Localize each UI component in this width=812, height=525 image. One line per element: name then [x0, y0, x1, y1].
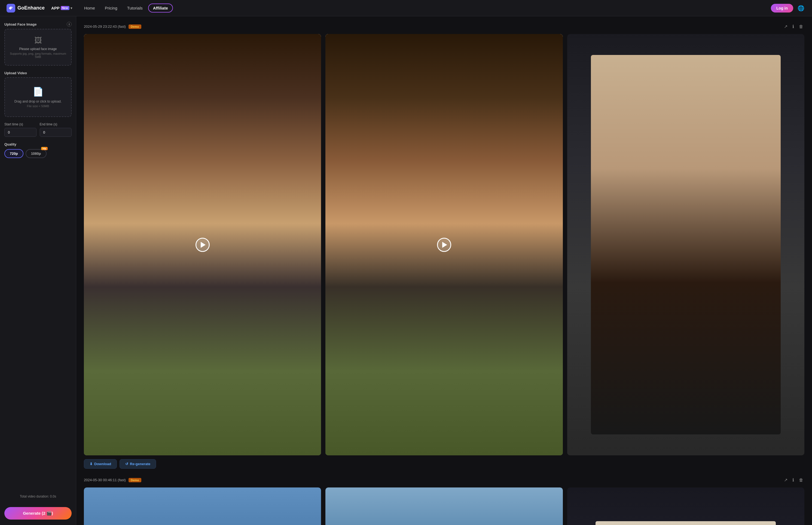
quality-buttons: 720p 1080p Vip	[4, 149, 72, 158]
gen-card-1-timestamp: 2024-05-29 23:22:43 (fast)	[84, 25, 126, 29]
quality-label: Quality	[4, 142, 72, 146]
quality-section: Quality 720p 1080p Vip	[4, 142, 72, 158]
sidebar: Upload Face Image i 🖼 Please upload face…	[0, 16, 76, 525]
upload-video-section: Upload Video 📄 Drag and drop or click to…	[4, 71, 72, 117]
vip-badge: Vip	[41, 147, 48, 150]
navbar: GoEnhance APP New ▾ Home Pricing Tutoria…	[0, 0, 812, 16]
download-icon-1: ⬇	[90, 462, 92, 466]
upload-video-sub-text: File size < 50MB	[27, 104, 49, 108]
play-button-1-2[interactable]	[437, 238, 451, 252]
gen-card-1-header: 2024-05-29 23:22:43 (fast) Demo ↗ ℹ 🗑	[84, 23, 804, 30]
gen-card-2-images	[84, 487, 804, 525]
nav-right: Log in 🌐	[771, 4, 806, 13]
upload-face-main-text: Please upload face image	[9, 47, 67, 51]
play-triangle-icon	[201, 242, 206, 248]
generate-label: Generate (2 🎬)	[23, 511, 53, 516]
delete-button-2[interactable]: 🗑	[798, 477, 804, 484]
generate-button[interactable]: Generate (2 🎬)	[4, 507, 72, 520]
new-badge: New	[61, 6, 70, 10]
gen-card-1-buttons: ⬇ Download ↺ Re-generate	[84, 459, 804, 469]
quality-720-button[interactable]: 720p	[4, 149, 24, 158]
upload-face-icon: 🖼	[9, 36, 67, 45]
nav-links: Home Pricing Tutorials Affiliate	[80, 3, 173, 13]
gen-card-2-header: 2024-05-30 00:46:11 (fast) Demo ↗ ℹ 🗑	[84, 476, 804, 484]
gen-card-2-actions: ↗ ℹ 🗑	[783, 476, 804, 484]
download-button-1[interactable]: ⬇ Download	[84, 459, 117, 469]
content-area: 2024-05-29 23:22:43 (fast) Demo ↗ ℹ 🗑	[76, 16, 812, 525]
gen-card-2-demo-badge: Demo	[129, 478, 141, 482]
regenerate-button-1[interactable]: ↺ Re-generate	[119, 459, 156, 469]
logo-text: GoEnhance	[17, 5, 45, 11]
tutorials-nav-link[interactable]: Tutorials	[123, 3, 147, 13]
gen-card-1-image-1	[84, 34, 321, 455]
upload-video-title: Upload Video	[4, 71, 27, 75]
gen-card-2-timestamp: 2024-05-30 00:46:11 (fast)	[84, 478, 126, 482]
regenerate-icon-1: ↺	[125, 462, 128, 466]
chevron-down-icon: ▾	[71, 6, 72, 10]
info-button-1[interactable]: ℹ	[791, 23, 795, 30]
logo-icon	[6, 4, 15, 13]
login-button[interactable]: Log in	[771, 4, 793, 13]
delete-button-1[interactable]: 🗑	[798, 23, 804, 30]
generation-card-1: 2024-05-29 23:22:43 (fast) Demo ↗ ℹ 🗑	[84, 23, 804, 469]
info-icon[interactable]: i	[67, 22, 72, 27]
info-button-2[interactable]: ℹ	[791, 476, 795, 484]
language-button[interactable]: 🌐	[797, 4, 806, 13]
sidebar-spacer	[4, 164, 72, 489]
gen-card-1-images	[84, 34, 804, 455]
gen-card-1-image-3	[567, 34, 804, 455]
upload-face-dropzone[interactable]: 🖼 Please upload face image Supports jpg,…	[4, 29, 72, 65]
play-button-1-1[interactable]	[195, 238, 210, 252]
gen-card-1-demo-badge: Demo	[129, 25, 141, 29]
end-time-input[interactable]	[40, 128, 72, 137]
upload-video-dropzone[interactable]: 📄 Drag and drop or click to upload. File…	[4, 77, 72, 117]
start-time-label: Start time (s)	[4, 122, 37, 126]
gen-card-1-image-2	[325, 34, 563, 455]
upload-face-section: Upload Face Image i 🖼 Please upload face…	[4, 22, 72, 65]
upload-face-title-row: Upload Face Image i	[4, 22, 72, 27]
start-time-field: Start time (s)	[4, 122, 37, 137]
share-button-1[interactable]: ↗	[783, 23, 788, 30]
quality-1080-wrapper: 1080p Vip	[26, 149, 46, 158]
upload-video-title-row: Upload Video	[4, 71, 72, 75]
end-time-field: End time (s)	[40, 122, 72, 137]
home-nav-link[interactable]: Home	[80, 3, 99, 13]
share-button-2[interactable]: ↗	[783, 476, 788, 484]
time-inputs-row: Start time (s) End time (s)	[4, 122, 72, 137]
gen-card-2-image-2	[325, 487, 563, 525]
upload-video-main-text: Drag and drop or click to upload.	[14, 100, 61, 103]
logo-area: GoEnhance	[6, 4, 45, 13]
upload-face-title: Upload Face Image	[4, 22, 37, 26]
gen-card-2-image-1	[84, 487, 321, 525]
upload-face-sub-text: Supports jpg, png, jpeg formats, maximum…	[9, 52, 67, 59]
total-duration: Total video duration: 0.0s	[4, 495, 72, 498]
pricing-nav-link[interactable]: Pricing	[101, 3, 122, 13]
regenerate-label-1: Re-generate	[130, 462, 150, 466]
gen-card-1-actions: ↗ ℹ 🗑	[783, 23, 804, 30]
start-time-input[interactable]	[4, 128, 37, 137]
gen-card-2-image-3	[567, 487, 804, 525]
main-layout: Upload Face Image i 🖼 Please upload face…	[0, 16, 812, 525]
affiliate-nav-link[interactable]: Affiliate	[148, 3, 173, 13]
play-triangle-icon-2	[442, 242, 447, 248]
end-time-label: End time (s)	[40, 122, 72, 126]
quality-1080-button[interactable]: 1080p	[26, 149, 46, 158]
generation-card-2: 2024-05-30 00:46:11 (fast) Demo ↗ ℹ 🗑	[84, 476, 804, 525]
download-label-1: Download	[94, 462, 111, 466]
app-menu-button[interactable]: APP New ▾	[49, 4, 74, 12]
app-label: APP	[51, 6, 60, 10]
upload-video-icon: 📄	[33, 87, 44, 97]
